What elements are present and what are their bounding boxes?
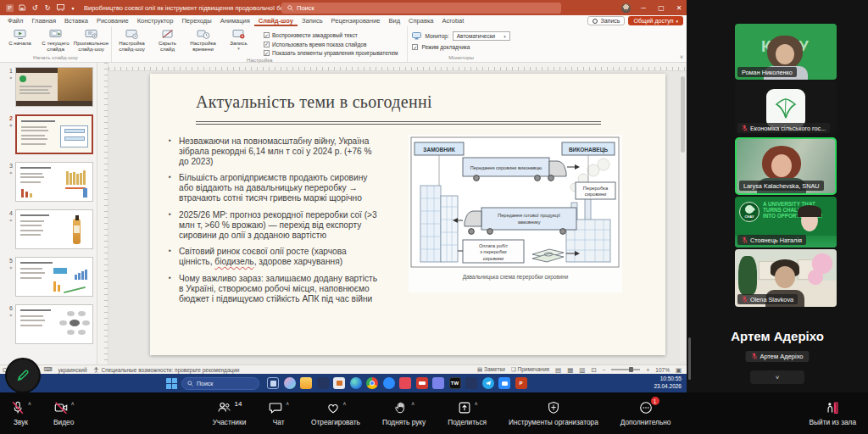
comments-toggle[interactable]: ❏ Примечания xyxy=(511,366,549,373)
tab-slideshow[interactable]: Слайд-шоу xyxy=(254,16,298,26)
globe-app-icon[interactable] xyxy=(383,377,395,389)
app-p2-icon[interactable] xyxy=(465,377,477,389)
taskbar-search[interactable]: Поиск xyxy=(181,377,259,390)
app-p-icon[interactable] xyxy=(317,377,329,389)
presenter-mode-option[interactable]: Режим докладчика xyxy=(412,41,509,50)
zoom-app-icon[interactable] xyxy=(498,377,510,389)
fit-to-window-icon[interactable]: ▣ xyxy=(676,366,682,374)
account-avatar[interactable] xyxy=(621,3,631,13)
host-tools-button[interactable]: Инструменты организатора xyxy=(509,400,598,426)
tab-draw[interactable]: Рисование xyxy=(92,16,133,26)
chevron-up-icon[interactable]: ˄ xyxy=(411,401,415,407)
audio-button[interactable]: ˄ Звук xyxy=(10,400,31,426)
redo-icon[interactable]: ↻ xyxy=(43,3,52,12)
app-1c-icon[interactable] xyxy=(416,377,428,389)
raise-hand-button[interactable]: ˄ Поднять руку xyxy=(382,400,426,426)
rehearse-timings-button[interactable]: Настройка времени xyxy=(187,28,219,53)
zoom-slider[interactable] xyxy=(611,369,640,370)
monitor-select[interactable]: Автоматически▾ xyxy=(453,31,510,41)
chevron-up-icon[interactable]: ˄ xyxy=(475,401,478,407)
tab-transitions[interactable]: Переходы xyxy=(177,16,215,26)
record-button[interactable]: Запись xyxy=(587,16,625,25)
accessibility-status[interactable]: Специальные возможности: проверьте реком… xyxy=(93,367,240,373)
chevron-up-icon[interactable]: ˄ xyxy=(343,401,347,407)
thumbnail-slide-5[interactable]: 5✦ xyxy=(2,257,93,297)
teams-icon[interactable] xyxy=(432,377,444,389)
thumbnail-slide-4[interactable]: 4✦ xyxy=(2,209,93,249)
powerpoint-taskbar-icon[interactable]: P xyxy=(515,377,527,389)
tw-app-icon[interactable]: TW xyxy=(449,377,461,389)
zoom-out-icon[interactable]: − xyxy=(603,367,606,373)
thumbnail-slide-6[interactable]: 6✦ xyxy=(2,304,93,344)
video-button[interactable]: ˄ Видео xyxy=(53,400,75,426)
chat-button[interactable]: ˄ Чат xyxy=(268,400,289,426)
slideshow-view-icon[interactable]: ⊡ xyxy=(591,366,596,374)
option-play-narrations[interactable]: Воспроизвести закадровый текст xyxy=(264,32,398,38)
tab-view[interactable]: Вид xyxy=(385,16,405,26)
chevron-up-icon[interactable]: ˄ xyxy=(286,401,289,407)
slide-3-preview[interactable] xyxy=(15,162,93,202)
collapse-ribbon-icon[interactable]: ˅ xyxy=(680,54,683,60)
tab-home[interactable]: Главная xyxy=(27,16,60,26)
from-current-slide-button[interactable]: С текущего слайда xyxy=(40,28,71,53)
app-red-icon[interactable] xyxy=(399,377,411,389)
zoom-level[interactable]: 107% xyxy=(655,367,670,373)
vertical-scrollbar[interactable] xyxy=(680,73,686,361)
thumbnail-slide-3[interactable]: 3✦ xyxy=(2,162,93,202)
record-slideshow-button[interactable]: Запись▾ xyxy=(223,28,254,51)
language-indicator[interactable]: украинский xyxy=(58,367,87,373)
slide-4-preview[interactable] xyxy=(15,209,93,249)
tab-file[interactable]: Файл xyxy=(3,16,27,26)
slide-sorter-view-icon[interactable]: ▦ xyxy=(567,366,573,374)
reading-view-icon[interactable]: ▥ xyxy=(579,366,585,374)
minimize-button[interactable]: ─ xyxy=(638,4,648,12)
telegram-icon[interactable] xyxy=(482,377,494,389)
chevron-up-icon[interactable]: ˄ xyxy=(71,401,75,407)
tab-insert[interactable]: Вставка xyxy=(60,16,92,26)
slide-5-preview[interactable] xyxy=(15,257,93,297)
store-icon[interactable] xyxy=(333,377,345,389)
chrome-icon[interactable] xyxy=(366,377,378,389)
tab-animations[interactable]: Анимация xyxy=(216,16,254,26)
collapse-tiles-button[interactable]: ˅ xyxy=(750,370,804,384)
share-button[interactable]: Общий доступ▾ xyxy=(628,16,683,25)
custom-slideshow-button[interactable]: Произвольное слайд-шоу xyxy=(75,28,107,53)
undo-icon[interactable]: ↺ xyxy=(31,3,39,12)
restore-button[interactable]: ▢ xyxy=(656,4,666,12)
file-explorer-icon[interactable] xyxy=(300,377,312,389)
slideshow-qat-icon[interactable] xyxy=(56,3,64,12)
taskbar-clock[interactable]: 10:50:55 23.04.2026 xyxy=(654,376,682,391)
save-icon[interactable] xyxy=(18,3,26,12)
react-button[interactable]: ˄ Отреагировать xyxy=(311,400,360,426)
leave-button[interactable]: Выйти из зала xyxy=(810,400,857,426)
sidebar-scrollbar[interactable] xyxy=(688,337,691,380)
share-screen-button[interactable]: ˄ Поделиться xyxy=(448,400,487,426)
setup-slideshow-button[interactable]: Настройка слайд-шоу xyxy=(116,28,147,53)
notes-toggle[interactable]: ▤ Заметки xyxy=(477,366,505,373)
option-use-timings[interactable]: Использовать время показа слайдов xyxy=(264,42,398,47)
close-button[interactable]: ✕ xyxy=(674,4,684,12)
tab-help[interactable]: Справка xyxy=(404,16,437,26)
from-beginning-button[interactable]: С начала xyxy=(4,28,36,47)
participants-button[interactable]: 14 Участники xyxy=(213,400,247,426)
qat-dropdown-icon[interactable]: ▾ xyxy=(69,3,77,12)
hide-slide-button[interactable]: Скрыть слайд xyxy=(152,28,183,53)
search-box[interactable]: Поиск xyxy=(281,3,561,14)
start-button[interactable] xyxy=(166,378,177,389)
task-view-icon[interactable] xyxy=(267,377,279,389)
slide-2-preview[interactable] xyxy=(15,114,93,154)
thumbnail-slide-2[interactable]: 2✦ xyxy=(2,114,93,154)
tab-acrobat[interactable]: Acrobat xyxy=(438,16,469,26)
annotation-pen-button[interactable] xyxy=(7,359,39,392)
slide-1-preview[interactable] xyxy=(15,67,93,107)
more-button[interactable]: 1 Дополнительно xyxy=(620,400,671,426)
tab-record[interactable]: Запись xyxy=(298,16,327,26)
slide-6-preview[interactable] xyxy=(15,304,93,344)
option-show-media-controls[interactable]: Показать элементы управления проигрывате… xyxy=(264,50,398,56)
zoom-in-icon[interactable]: + xyxy=(646,367,649,373)
tab-review[interactable]: Рецензирование xyxy=(327,16,385,26)
thumbnail-slide-1[interactable]: 1✦ xyxy=(2,67,93,107)
normal-view-icon[interactable]: ▤ xyxy=(555,366,561,374)
copilot-icon[interactable] xyxy=(284,377,296,389)
tab-design[interactable]: Конструктор xyxy=(133,16,178,26)
